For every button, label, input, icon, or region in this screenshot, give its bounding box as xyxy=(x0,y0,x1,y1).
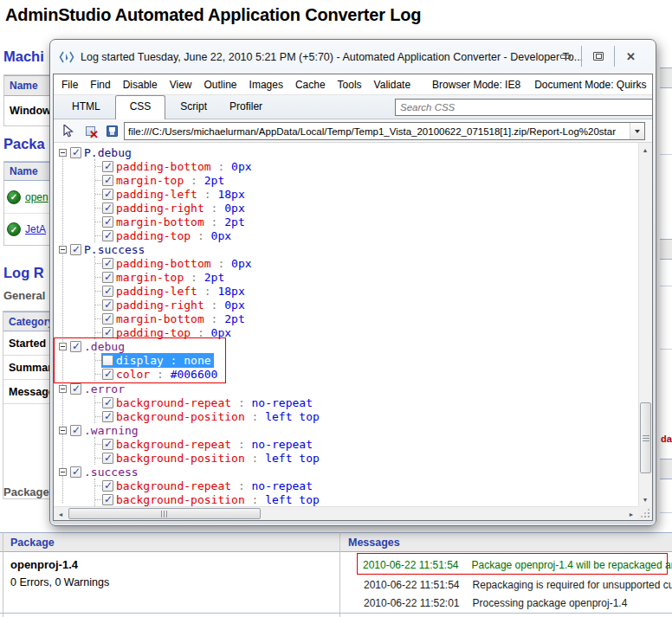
property-value: 2pt xyxy=(204,271,224,284)
css-property-row[interactable]: padding-top : 0px xyxy=(95,228,638,242)
css-property-row[interactable]: margin-bottom : 2pt xyxy=(95,312,638,325)
property-checkbox[interactable] xyxy=(102,286,113,297)
menu-item-view[interactable]: View xyxy=(164,79,198,91)
maximize-button[interactable] xyxy=(582,46,614,67)
property-value: left top xyxy=(265,452,320,465)
css-selector-row[interactable]: .success xyxy=(59,465,638,479)
browser-mode-menu[interactable]: Browser Mode: IE8 xyxy=(425,79,527,91)
window-titlebar[interactable]: Log started Tuesday, June 22, 2010 5:21 … xyxy=(50,40,656,74)
property-checkbox[interactable] xyxy=(102,272,113,283)
scroll-left-arrow[interactable]: ◄ xyxy=(54,507,68,521)
property-checkbox[interactable] xyxy=(102,411,113,422)
scroll-up-arrow[interactable]: ▲ xyxy=(638,143,652,157)
css-rule-group: P.debugpadding-bottom : 0pxmargin-top : … xyxy=(59,145,638,242)
css-property-row[interactable]: padding-right : 0px xyxy=(95,201,638,215)
clear-styles-icon[interactable]: ✕ xyxy=(81,123,99,138)
css-property-row[interactable]: padding-left : 18px xyxy=(95,284,638,298)
close-button[interactable]: ✕ xyxy=(615,46,647,67)
css-property-row[interactable]: margin-top : 2pt xyxy=(95,173,638,187)
css-selector-row[interactable]: .warning xyxy=(59,423,638,437)
package-link-openproj[interactable]: open xyxy=(25,191,48,203)
collapse-toggle-icon[interactable] xyxy=(59,468,67,476)
property-checkbox[interactable] xyxy=(102,299,113,311)
collapse-toggle-icon[interactable] xyxy=(59,343,67,350)
property-checkbox[interactable] xyxy=(102,439,113,450)
css-property-row[interactable]: margin-bottom : 2pt xyxy=(95,215,638,228)
document-mode-menu[interactable]: Document Mode: Quirks xyxy=(527,79,653,91)
property-checkbox[interactable] xyxy=(102,258,113,269)
minimize-button[interactable] xyxy=(549,46,581,67)
vertical-scrollbar[interactable]: ▲ ▼ xyxy=(638,143,652,506)
collapse-toggle-icon[interactable] xyxy=(59,246,67,254)
dropdown-button[interactable] xyxy=(630,123,644,139)
css-property-row[interactable]: background-position : left top xyxy=(95,492,638,506)
rule-checkbox[interactable] xyxy=(70,244,81,255)
rule-checkbox[interactable] xyxy=(70,425,81,436)
property-checkbox[interactable] xyxy=(102,230,113,241)
horizontal-scroll-thumb[interactable] xyxy=(68,508,261,519)
css-property-row[interactable]: padding-bottom : 0px xyxy=(95,256,638,270)
tab-script[interactable]: Script xyxy=(169,96,218,119)
menu-item-disable[interactable]: Disable xyxy=(117,79,164,91)
rule-checkbox[interactable] xyxy=(70,147,81,158)
property-checkbox[interactable] xyxy=(102,369,113,380)
css-selector: P.success xyxy=(84,243,145,256)
css-property-row[interactable]: background-repeat : no-repeat xyxy=(95,437,638,451)
css-property-row[interactable]: color : #006600 xyxy=(95,367,220,381)
css-selector-row[interactable]: P.debug xyxy=(59,145,638,159)
property-checkbox[interactable] xyxy=(102,397,113,408)
css-property-row[interactable]: padding-left : 18px xyxy=(95,187,638,201)
package-link-jetaudio[interactable]: JetA xyxy=(25,223,46,235)
menu-item-tools[interactable]: Tools xyxy=(332,79,368,91)
tab-css[interactable]: CSS xyxy=(115,95,166,119)
search-input[interactable] xyxy=(396,102,653,112)
rule-checkbox[interactable] xyxy=(70,341,81,352)
property-checkbox[interactable] xyxy=(102,189,113,200)
scroll-down-arrow[interactable]: ▼ xyxy=(638,492,652,506)
css-property-row[interactable]: background-position : left top xyxy=(95,409,638,423)
address-combobox[interactable]: file:///C:/Users/michaelurman/AppData/Lo… xyxy=(124,122,645,140)
rule-checkbox[interactable] xyxy=(70,383,81,395)
vertical-scroll-thumb[interactable] xyxy=(640,402,651,473)
collapse-toggle-icon[interactable] xyxy=(59,149,67,157)
css-property-row[interactable]: display : none xyxy=(95,353,220,367)
property-checkbox[interactable] xyxy=(102,355,113,366)
property-checkbox[interactable] xyxy=(102,313,113,325)
property-checkbox[interactable] xyxy=(102,161,113,172)
menu-item-images[interactable]: Images xyxy=(243,79,289,91)
property-checkbox[interactable] xyxy=(102,480,113,492)
property-checkbox[interactable] xyxy=(102,216,113,228)
package-column-header: Package xyxy=(10,537,55,549)
menu-item-cache[interactable]: Cache xyxy=(289,79,332,91)
css-property-row[interactable]: padding-bottom : 0px xyxy=(95,159,638,173)
select-element-cursor-icon[interactable] xyxy=(60,123,77,138)
collapse-toggle-icon[interactable] xyxy=(59,385,67,393)
property-checkbox[interactable] xyxy=(102,453,113,464)
horizontal-scrollbar[interactable]: ◄ ► xyxy=(54,506,638,520)
css-property-row[interactable]: background-position : left top xyxy=(95,451,638,465)
property-checkbox[interactable] xyxy=(102,202,113,214)
collapse-toggle-icon[interactable] xyxy=(59,427,67,434)
property-checkbox[interactable] xyxy=(102,327,113,338)
property-checkbox[interactable] xyxy=(102,175,113,186)
css-property-row[interactable]: background-repeat : no-repeat xyxy=(95,395,638,409)
address-url[interactable]: file:///C:/Users/michaelurman/AppData/Lo… xyxy=(125,123,630,139)
tab-profiler[interactable]: Profiler xyxy=(218,96,274,119)
menu-item-file[interactable]: File xyxy=(55,79,84,91)
tab-html[interactable]: HTML xyxy=(61,96,112,119)
css-selector-row[interactable]: .debug xyxy=(59,339,220,353)
property-checkbox[interactable] xyxy=(102,494,113,505)
rule-checkbox[interactable] xyxy=(70,466,81,478)
css-selector-row[interactable]: P.success xyxy=(59,242,638,256)
tree-connector xyxy=(95,374,101,375)
menu-item-find[interactable]: Find xyxy=(84,79,116,91)
resize-grip[interactable] xyxy=(638,506,652,520)
css-property-row[interactable]: margin-top : 2pt xyxy=(95,270,638,284)
menu-item-outline[interactable]: Outline xyxy=(198,79,243,91)
save-icon[interactable] xyxy=(103,123,120,138)
menu-item-validate[interactable]: Validate xyxy=(368,79,417,91)
css-property-row[interactable]: background-repeat : no-repeat xyxy=(95,479,638,492)
css-selector-row[interactable]: .error xyxy=(59,382,638,395)
scroll-right-arrow[interactable]: ► xyxy=(624,507,638,521)
css-property-row[interactable]: padding-right : 0px xyxy=(95,298,638,312)
